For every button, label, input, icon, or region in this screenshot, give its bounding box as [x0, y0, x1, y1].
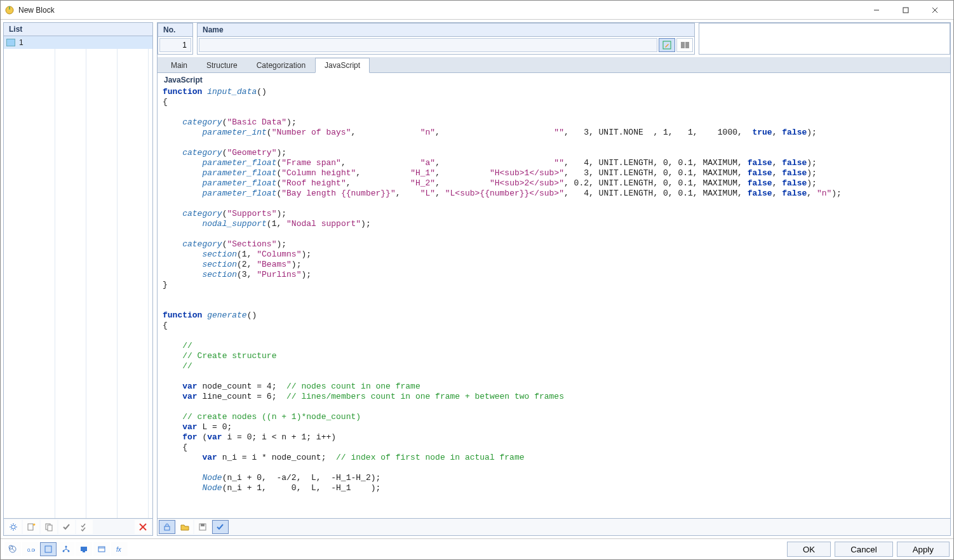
units-icon[interactable]: 0.00	[22, 542, 39, 556]
svg-rect-7	[28, 524, 33, 530]
list-item[interactable]: 1	[4, 36, 152, 49]
check-icon[interactable]	[58, 520, 75, 534]
view-icon[interactable]	[40, 542, 57, 556]
svg-rect-16	[201, 524, 205, 526]
tab-main[interactable]: Main	[161, 58, 197, 73]
validate-icon[interactable]	[212, 520, 229, 534]
barcode-icon[interactable]	[676, 38, 693, 52]
svg-rect-26	[83, 551, 85, 552]
window-title: New Block	[18, 6, 55, 15]
svg-rect-10	[48, 525, 52, 531]
svg-line-19	[12, 549, 15, 551]
cancel-button[interactable]: Cancel	[835, 542, 893, 557]
close-button[interactable]	[920, 1, 950, 20]
name-label: Name	[198, 23, 694, 37]
list-panel: List 1	[3, 22, 153, 536]
help-icon[interactable]	[4, 542, 21, 556]
preview-area	[699, 23, 950, 54]
svg-rect-14	[165, 526, 170, 530]
check-multi-icon[interactable]	[76, 520, 93, 534]
code-text: function input_data() { category("Basic …	[163, 87, 945, 493]
delete-icon[interactable]	[135, 520, 151, 534]
gear-icon[interactable]	[5, 520, 22, 534]
tree-icon[interactable]	[58, 542, 74, 556]
code-editor[interactable]: function input_data() { category("Basic …	[158, 87, 950, 518]
tab-categorization[interactable]: Categorization	[247, 58, 315, 73]
svg-rect-25	[81, 547, 87, 551]
content-panel: No. Name Main Structure Categorization J…	[157, 22, 951, 536]
save-icon[interactable]	[194, 520, 211, 534]
new-icon[interactable]	[23, 520, 39, 534]
folder-icon[interactable]	[93, 542, 110, 556]
display-icon[interactable]	[76, 542, 92, 556]
lock-icon[interactable]	[159, 520, 175, 534]
list-item-label: 1	[19, 38, 24, 47]
name-field-box: Name	[197, 23, 695, 55]
maximize-button[interactable]	[891, 1, 920, 20]
open-icon[interactable]	[177, 520, 193, 534]
app-icon	[4, 5, 15, 15]
svg-point-6	[11, 525, 15, 529]
list-header: List	[4, 23, 152, 36]
tabbar: Main Structure Categorization JavaScript	[158, 57, 950, 73]
svg-rect-1	[9, 6, 10, 10]
list-toolbar	[4, 518, 152, 535]
svg-point-8	[34, 524, 36, 526]
no-input[interactable]	[159, 38, 191, 52]
ok-button[interactable]: OK	[787, 542, 831, 557]
copy-icon[interactable]	[41, 520, 57, 534]
svg-text:0.00: 0.00	[27, 547, 35, 553]
titlebar: New Block	[1, 1, 953, 20]
code-toolbar	[158, 518, 950, 535]
tab-subheader: JavaScript	[158, 73, 950, 87]
list-body[interactable]: 1	[4, 36, 152, 518]
svg-rect-27	[98, 547, 105, 552]
tab-structure[interactable]: Structure	[197, 58, 247, 73]
function-icon[interactable]: fx	[111, 542, 128, 556]
edit-icon[interactable]	[659, 38, 675, 52]
apply-button[interactable]: Apply	[897, 542, 950, 557]
preview-box	[699, 23, 950, 55]
svg-rect-3	[903, 8, 908, 13]
svg-text:fx: fx	[116, 546, 122, 553]
svg-rect-21	[45, 546, 51, 552]
minimize-button[interactable]	[862, 1, 891, 20]
name-input[interactable]	[199, 38, 657, 52]
color-chip	[6, 39, 15, 46]
tab-javascript[interactable]: JavaScript	[315, 58, 370, 73]
no-label: No.	[158, 23, 192, 37]
no-field-box: No.	[158, 23, 193, 55]
footer: 0.00 fx OK Cancel Apply	[1, 538, 953, 559]
